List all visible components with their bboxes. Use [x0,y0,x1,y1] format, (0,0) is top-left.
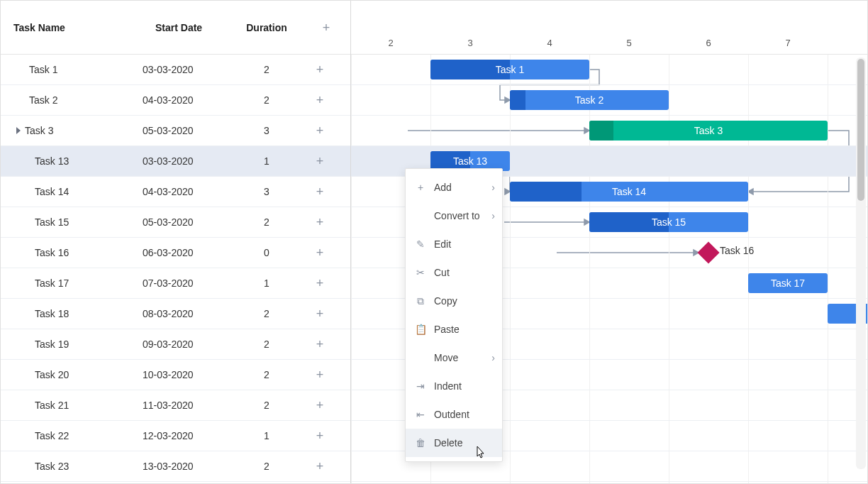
row-add-button[interactable]: + [299,155,341,167]
task-name-cell[interactable]: Task 3 [1,125,143,136]
task-duration-cell[interactable]: 2 [235,400,299,411]
task-name-label: Task 15 [35,216,69,228]
task-name-cell[interactable]: Task 21 [1,400,143,411]
task-duration-cell[interactable]: 2 [235,64,299,75]
task-duration-cell[interactable]: 1 [235,430,299,441]
task-start-cell[interactable]: 06-03-2020 [143,247,235,258]
timeline-row[interactable] [351,55,867,85]
table-row[interactable]: Task 1303-03-20201+ [1,146,350,177]
table-row[interactable]: Task 1404-03-20203+ [1,177,350,207]
column-header-name[interactable]: Task Name [1,1,143,54]
table-row[interactable]: Task 2010-03-20202+ [1,360,350,390]
task-start-cell[interactable]: 10-03-2020 [143,369,235,380]
row-add-button[interactable]: + [299,124,341,137]
menu-item-add[interactable]: +Add› [406,173,502,202]
table-row[interactable]: Task 1909-03-20202+ [1,329,350,360]
column-header-add[interactable]: + [299,1,341,54]
task-name-cell[interactable]: Task 16 [1,247,143,258]
task-start-cell[interactable]: 03-03-2020 [143,64,235,75]
task-name-cell[interactable]: Task 20 [1,369,143,380]
task-duration-cell[interactable]: 3 [235,186,299,197]
chevron-right-icon: › [491,210,495,221]
menu-item-indent[interactable]: ⇥Indent [406,372,502,400]
task-grid: Task Name Start Date Duration + Task 103… [1,1,351,483]
task-name-cell[interactable]: Task 13 [1,155,143,167]
gantt-bar-label: Task 2 [575,94,603,106]
menu-item-edit[interactable]: ✎Edit [406,230,502,258]
task-name-cell[interactable]: Task 14 [1,186,143,197]
row-add-button[interactable]: + [299,277,341,290]
menu-item-delete[interactable]: 🗑Delete [406,429,502,457]
task-name-cell[interactable]: Task 17 [1,277,143,289]
row-add-button[interactable]: + [299,185,341,198]
task-duration-cell[interactable]: 2 [235,339,299,350]
column-header-duration[interactable]: Duration [235,1,299,54]
task-name-cell[interactable]: Task 19 [1,339,143,350]
gantt-bar[interactable]: Task 2 [510,90,669,110]
menu-item-outdent[interactable]: ⇤Outdent [406,400,502,429]
table-row[interactable]: Task 1606-03-20200+ [1,238,350,268]
task-name-cell[interactable]: Task 15 [1,216,143,228]
menu-item-label: Delete [434,437,462,449]
row-add-button[interactable]: + [299,94,341,106]
task-start-cell[interactable]: 08-03-2020 [143,308,235,319]
row-add-button[interactable]: + [299,399,341,412]
menu-item-move[interactable]: Move› [406,343,502,372]
gantt-bar[interactable]: Task 17 [748,273,828,293]
row-add-button[interactable]: + [299,63,341,76]
vertical-scrollbar[interactable] [856,57,866,469]
gantt-bar[interactable]: Task 3 [589,121,828,141]
menu-item-convert-to[interactable]: Convert to› [406,202,502,230]
task-duration-cell[interactable]: 3 [235,125,299,136]
column-header-start[interactable]: Start Date [143,1,235,54]
expand-icon[interactable] [16,127,21,134]
task-name-cell[interactable]: Task 1 [1,64,143,75]
task-start-cell[interactable]: 13-03-2020 [143,461,235,472]
task-duration-cell[interactable]: 2 [235,94,299,106]
task-start-cell[interactable]: 09-03-2020 [143,339,235,350]
task-start-cell[interactable]: 12-03-2020 [143,430,235,441]
task-name-label: Task 1 [29,64,57,75]
task-start-cell[interactable]: 04-03-2020 [143,186,235,197]
task-duration-cell[interactable]: 2 [235,216,299,228]
task-start-cell[interactable]: 07-03-2020 [143,277,235,289]
table-row[interactable]: Task 1808-03-20202+ [1,299,350,329]
row-add-button[interactable]: + [299,368,341,381]
task-duration-cell[interactable]: 1 [235,277,299,289]
task-name-cell[interactable]: Task 2 [1,94,143,106]
task-duration-cell[interactable]: 2 [235,308,299,319]
task-duration-cell[interactable]: 0 [235,247,299,258]
task-start-cell[interactable]: 03-03-2020 [143,155,235,167]
row-add-button[interactable]: + [299,307,341,320]
task-start-cell[interactable]: 05-03-2020 [143,216,235,228]
task-start-cell[interactable]: 05-03-2020 [143,125,235,136]
table-row[interactable]: Task 305-03-20203+ [1,116,350,146]
menu-item-paste[interactable]: 📋Paste [406,315,502,343]
table-row[interactable]: Task 2313-03-20202+ [1,451,350,482]
task-duration-cell[interactable]: 2 [235,461,299,472]
table-row[interactable]: Task 1707-03-20201+ [1,268,350,299]
table-row[interactable]: Task 204-03-20202+ [1,85,350,116]
table-row[interactable]: Task 2111-03-20202+ [1,390,350,421]
menu-item-copy[interactable]: ⧉Copy [406,287,502,315]
table-row[interactable]: Task 103-03-20202+ [1,55,350,85]
table-row[interactable]: Task 1505-03-20202+ [1,207,350,238]
task-duration-cell[interactable]: 1 [235,155,299,167]
row-add-button[interactable]: + [299,338,341,351]
task-name-cell[interactable]: Task 22 [1,430,143,441]
task-start-cell[interactable]: 04-03-2020 [143,94,235,106]
gantt-bar[interactable]: Task 14 [510,182,748,202]
gantt-bar[interactable]: Task 1 [430,60,589,79]
scrollbar-thumb[interactable] [857,59,864,201]
row-add-button[interactable]: + [299,246,341,259]
row-add-button[interactable]: + [299,216,341,229]
gantt-bar[interactable]: Task 15 [589,212,748,232]
table-row[interactable]: Task 2212-03-20201+ [1,421,350,451]
task-name-cell[interactable]: Task 23 [1,461,143,472]
menu-item-cut[interactable]: ✂Cut [406,258,502,287]
row-add-button[interactable]: + [299,460,341,473]
row-add-button[interactable]: + [299,429,341,442]
task-start-cell[interactable]: 11-03-2020 [143,400,235,411]
task-duration-cell[interactable]: 2 [235,369,299,380]
task-name-cell[interactable]: Task 18 [1,308,143,319]
